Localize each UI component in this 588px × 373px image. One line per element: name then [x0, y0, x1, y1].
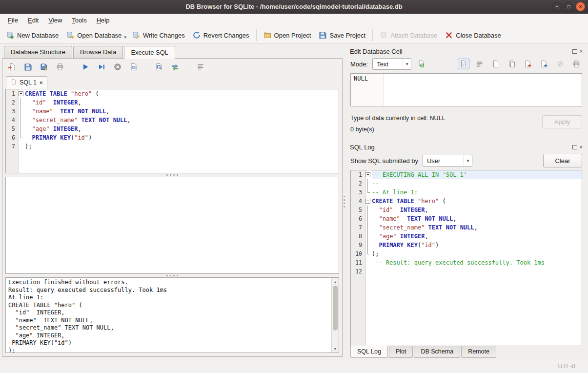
close-icon: ×: [579, 4, 582, 9]
sql-document-icon: [11, 79, 17, 86]
window-controls: − □ ×: [552, 2, 585, 11]
sql-tab-bar: SQL 1 ×: [2, 75, 342, 89]
submitted-by-value: User: [423, 157, 464, 165]
write-changes-button[interactable]: Write Changes: [128, 29, 189, 41]
sql-tab-label: SQL 1: [20, 79, 37, 86]
close-button[interactable]: ×: [576, 2, 585, 11]
save-sql-file-as-button[interactable]: [39, 62, 49, 72]
null-icon: [556, 60, 564, 68]
text-view-button[interactable]: [458, 59, 469, 69]
set-null-button[interactable]: [554, 59, 566, 69]
tab-execute-sql[interactable]: Execute SQL: [124, 46, 175, 59]
main-content: Database Structure Browse Data Execute S…: [0, 44, 588, 359]
edit-cell-header: Edit Database Cell ×: [346, 45, 584, 56]
word-wrap-icon: [476, 60, 484, 68]
execute-sql-panel: SQL 1 × 1CREATE TABLE "hero" (2 "id" INT…: [2, 58, 343, 357]
dock-float-icon[interactable]: [572, 145, 577, 149]
menu-bar: File Edit View Tools Help: [0, 14, 588, 27]
find-button[interactable]: [154, 62, 164, 72]
auto-format-button[interactable]: [416, 59, 427, 69]
scroll-down-icon[interactable]: ▼: [332, 345, 339, 352]
print-icon: [572, 60, 580, 68]
scroll-up-icon[interactable]: ▲: [332, 278, 339, 285]
menu-view[interactable]: View: [43, 15, 67, 26]
execute-current-line-button[interactable]: [96, 62, 107, 72]
copy-cell-button[interactable]: [506, 59, 518, 69]
panes-splitter[interactable]: [343, 44, 346, 359]
editor-results-splitter[interactable]: [2, 173, 342, 177]
sql-editor[interactable]: 1CREATE TABLE "hero" (2 "id" INTEGER,3 "…: [5, 89, 339, 173]
format-sql-button[interactable]: [195, 62, 206, 72]
word-wrap-button[interactable]: [474, 59, 486, 69]
scrollbar-thumb[interactable]: [333, 286, 338, 331]
export-icon: [540, 60, 548, 68]
open-database-dropdown-arrow-icon[interactable]: ▾: [124, 31, 126, 40]
tab-db-schema[interactable]: DB Schema: [414, 346, 460, 358]
title-bar: DB Browser for SQLite - /home/user/code/…: [0, 0, 588, 14]
revert-changes-button[interactable]: Revert Changes: [189, 29, 253, 41]
import-cell-button[interactable]: [522, 59, 534, 69]
execute-all-button[interactable]: [80, 62, 91, 72]
maximize-button[interactable]: □: [564, 2, 573, 11]
find-replace-button[interactable]: [170, 62, 181, 72]
dock-close-icon[interactable]: ×: [580, 145, 583, 150]
submitted-by-select[interactable]: User ▾: [423, 155, 472, 166]
save-project-icon: [319, 31, 326, 39]
close-database-button[interactable]: Close Database: [441, 29, 505, 41]
tab-remote[interactable]: Remote: [461, 346, 496, 358]
sql-editor-code[interactable]: 1CREATE TABLE "hero" (2 "id" INTEGER,3 "…: [6, 89, 339, 173]
open-project-button[interactable]: Open Project: [260, 29, 315, 41]
minimize-icon: −: [556, 4, 559, 9]
execute-all-icon: [81, 63, 89, 71]
save-sql-file-button[interactable]: [22, 62, 33, 72]
print-cell-button[interactable]: [570, 59, 582, 69]
tab-sql-log[interactable]: SQL Log: [350, 346, 388, 358]
save-project-button[interactable]: Save Project: [315, 29, 369, 41]
tab-plot[interactable]: Plot: [389, 346, 413, 358]
clear-log-button[interactable]: Clear: [543, 154, 582, 167]
results-output-splitter[interactable]: [2, 274, 342, 277]
minimize-button[interactable]: −: [552, 2, 562, 11]
tab-browse-data[interactable]: Browse Data: [73, 46, 123, 58]
mode-select[interactable]: Text ▾: [372, 58, 411, 70]
output-scrollbar[interactable]: ▲ ▼: [331, 278, 339, 352]
cell-view-buttons: [458, 59, 582, 69]
export-cell-button[interactable]: [538, 59, 550, 69]
tab-database-structure[interactable]: Database Structure: [4, 46, 72, 58]
encoding-indicator: UTF-8: [558, 363, 575, 370]
stop-execution-button[interactable]: [112, 62, 123, 72]
save-sql-file-as-icon: [40, 63, 48, 71]
close-database-icon: [445, 31, 453, 39]
menu-tools[interactable]: Tools: [67, 15, 91, 26]
toolbar-separator: [256, 29, 257, 41]
dock-close-icon[interactable]: ×: [580, 49, 583, 54]
print-icon: [56, 63, 64, 71]
cell-info-row: Type of data currently in cell: NULL 0 b…: [350, 113, 582, 135]
document-icon: [460, 60, 467, 68]
sql-tab-close-icon[interactable]: ×: [40, 80, 42, 85]
maximize-icon: □: [567, 4, 570, 9]
edit-cell-toolbar: Mode: Text ▾: [346, 56, 584, 72]
revert-changes-icon: [193, 31, 201, 39]
new-database-label: New Database: [17, 32, 59, 39]
open-sql-file-icon: [8, 63, 16, 71]
open-sql-file-button[interactable]: [6, 62, 17, 72]
sql-log-view[interactable]: 1-- EXECUTING ALL IN 'SQL 1'2--3-- At li…: [350, 170, 582, 346]
print-sql-button[interactable]: [55, 62, 65, 72]
edit-cell-title: Edit Database Cell: [350, 48, 572, 55]
open-database-button[interactable]: Open Database: [62, 29, 125, 41]
menu-edit[interactable]: Edit: [23, 15, 43, 26]
open-in-new-tab-button[interactable]: [128, 62, 139, 72]
menu-file[interactable]: File: [3, 15, 23, 26]
close-database-label: Close Database: [456, 32, 501, 39]
cell-value-editor[interactable]: NULL: [350, 73, 582, 106]
new-database-button[interactable]: New Database: [2, 29, 62, 41]
open-file-button[interactable]: [490, 59, 502, 69]
save-sql-file-icon: [24, 63, 32, 71]
dock-float-icon[interactable]: [572, 49, 577, 54]
results-grid[interactable]: [5, 177, 339, 274]
menu-help[interactable]: Help: [92, 15, 115, 26]
cell-size-info: 0 byte(s): [350, 124, 542, 135]
sql-log-code[interactable]: 1-- EXECUTING ALL IN 'SQL 1'2--3-- At li…: [351, 170, 582, 346]
sql-1-tab[interactable]: SQL 1 ×: [6, 76, 47, 89]
